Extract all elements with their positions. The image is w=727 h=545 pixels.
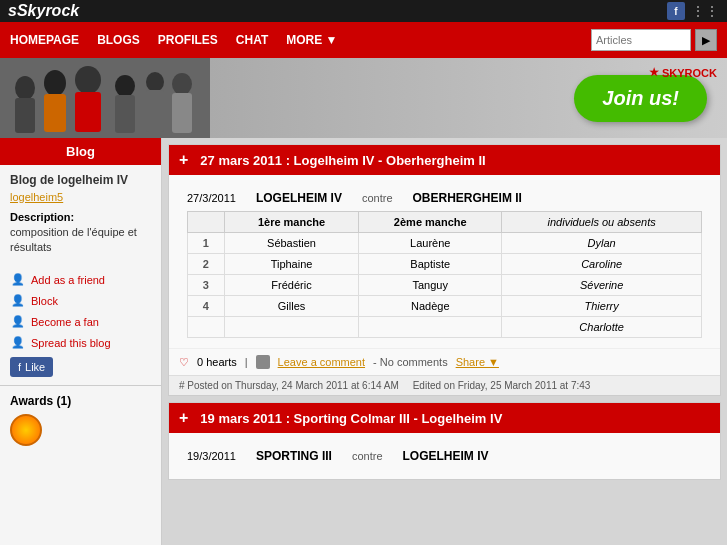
facebook-icon[interactable]: f [667, 2, 685, 20]
spread-blog-action[interactable]: 👤 Spread this blog [10, 335, 151, 351]
sidebar-actions: 👤 Add as a friend 👤 Block 👤 Become a fan… [0, 264, 161, 385]
table-row: Charlotte [188, 317, 702, 338]
top-bar: sSkyrock f ⋮⋮ [0, 0, 727, 22]
separator-icon: | [245, 356, 248, 368]
svg-point-9 [146, 72, 164, 92]
leave-comment-link[interactable]: Leave a comment [278, 356, 365, 368]
row-col2: Tanguy [359, 275, 502, 296]
row-col1: Tiphaine [224, 254, 358, 275]
post-date: Posted on Thursday, 24 March 2011 at 6:1… [187, 380, 398, 391]
row-col3: Séverine [502, 275, 702, 296]
svg-rect-10 [146, 90, 164, 132]
row-col3: Dylan [502, 233, 702, 254]
skyrock-label: ★ SKYROCK [649, 66, 717, 79]
svg-point-1 [15, 76, 35, 100]
like-button[interactable]: f Like [10, 357, 53, 377]
blog-link[interactable]: logelheim5 [10, 191, 151, 203]
row-num [188, 317, 225, 338]
team-right: OBERHERGHEIM II [413, 191, 522, 205]
edit-date: Edited on Friday, 25 March 2011 at 7:43 [413, 380, 591, 391]
svg-point-3 [44, 70, 66, 96]
row-col2 [359, 317, 502, 338]
table-row: 1 Sébastien Laurène Dylan [188, 233, 702, 254]
col-individuels: individuels ou absents [502, 212, 702, 233]
svg-point-7 [115, 75, 135, 97]
col-2eme: 2ème manche [359, 212, 502, 233]
share-button[interactable]: Share ▼ [456, 356, 499, 368]
comment-icon [256, 355, 270, 369]
row-col2: Nadège [359, 296, 502, 317]
team-left-2: SPORTING III [256, 449, 332, 463]
nav-bar: HOMEPAGE BLOGS PROFILES CHAT MORE ▼ ▶ [0, 22, 727, 58]
svg-rect-4 [44, 94, 66, 132]
expand-icon-2[interactable]: + [179, 409, 188, 427]
nav-profiles[interactable]: PROFILES [158, 33, 218, 47]
svg-rect-8 [115, 95, 135, 133]
join-button[interactable]: Join us! [574, 75, 707, 122]
post-header-2: + 19 mars 2011 : Sporting Colmar III - L… [169, 403, 720, 433]
menu-dots[interactable]: ⋮⋮ [691, 3, 719, 19]
desc-text: composition de l'équipe et résultats [10, 225, 151, 256]
blog-post-2: + 19 mars 2011 : Sporting Colmar III - L… [168, 402, 721, 480]
col-1ere: 1ère manche [224, 212, 358, 233]
post-footer-1: ♡ 0 hearts | Leave a comment - No commen… [169, 348, 720, 375]
nav-blogs[interactable]: BLOGS [97, 33, 140, 47]
sidebar-content: Blog de logelheim IV logelheim5 Descript… [0, 165, 161, 264]
no-comments: - No comments [373, 356, 448, 368]
banner-right: ★ SKYROCK Join us! [210, 58, 727, 138]
nav-more[interactable]: MORE ▼ [286, 33, 337, 47]
match-date: 27/3/2011 [187, 192, 236, 204]
row-col3: Charlotte [502, 317, 702, 338]
fan-icon: 👤 [10, 314, 26, 330]
row-num: 2 [188, 254, 225, 275]
row-col1: Sébastien [224, 233, 358, 254]
banner-image [0, 58, 210, 138]
block-icon: 👤 [10, 293, 26, 309]
awards-section: Awards (1) [0, 385, 161, 454]
row-col2: Laurène [359, 233, 502, 254]
table-row: 3 Frédéric Tanguy Séverine [188, 275, 702, 296]
svg-point-11 [172, 73, 192, 95]
vs-text: contre [362, 192, 393, 204]
svg-rect-12 [172, 93, 192, 133]
banner-people-svg [0, 58, 210, 138]
block-action[interactable]: 👤 Block [10, 293, 151, 309]
nav-search-area: ▶ [591, 29, 717, 51]
blog-post-1: + 27 mars 2011 : Logelheim IV - Oberherg… [168, 144, 721, 396]
col-num [188, 212, 225, 233]
facebook-like-icon: f [18, 361, 21, 373]
nav-homepage[interactable]: HOMEPAGE [10, 33, 79, 47]
search-button[interactable]: ▶ [695, 29, 717, 51]
match-info-row-2: 19/3/2011 SPORTING III contre LOGELHEIM … [179, 443, 710, 469]
row-col1 [224, 317, 358, 338]
nav-chat[interactable]: CHAT [236, 33, 268, 47]
svg-rect-2 [15, 98, 35, 133]
post-header-1: + 27 mars 2011 : Logelheim IV - Oberherg… [169, 145, 720, 175]
row-num: 3 [188, 275, 225, 296]
heart-icon[interactable]: ♡ [179, 356, 189, 369]
top-bar-right: f ⋮⋮ [667, 2, 719, 20]
spread-icon: 👤 [10, 335, 26, 351]
post-body-1: 27/3/2011 LOGELHEIM IV contre OBERHERGHE… [169, 175, 720, 348]
sidebar: Blog Blog de logelheim IV logelheim5 Des… [0, 138, 162, 545]
svg-point-5 [75, 66, 101, 94]
main-area: Blog Blog de logelheim IV logelheim5 Des… [0, 138, 727, 545]
add-friend-action[interactable]: 👤 Add as a friend [10, 272, 151, 288]
become-fan-action[interactable]: 👤 Become a fan [10, 314, 151, 330]
search-input[interactable] [591, 29, 691, 51]
row-col3: Thierry [502, 296, 702, 317]
add-friend-icon: 👤 [10, 272, 26, 288]
expand-icon[interactable]: + [179, 151, 188, 169]
table-row: 4 Gilles Nadège Thierry [188, 296, 702, 317]
match-info-row: 27/3/2011 LOGELHEIM IV contre OBERHERGHE… [179, 185, 710, 211]
award-badge [10, 414, 42, 446]
blog-name: Blog de logelheim IV [10, 173, 151, 187]
hearts-count: 0 hearts [197, 356, 237, 368]
awards-title: Awards (1) [10, 394, 151, 408]
banner: ★ SKYROCK Join us! [0, 58, 727, 138]
row-num: 4 [188, 296, 225, 317]
row-col2: Baptiste [359, 254, 502, 275]
row-col3: Caroline [502, 254, 702, 275]
team-left: LOGELHEIM IV [256, 191, 342, 205]
post-meta-1: # Posted on Thursday, 24 March 2011 at 6… [169, 375, 720, 395]
